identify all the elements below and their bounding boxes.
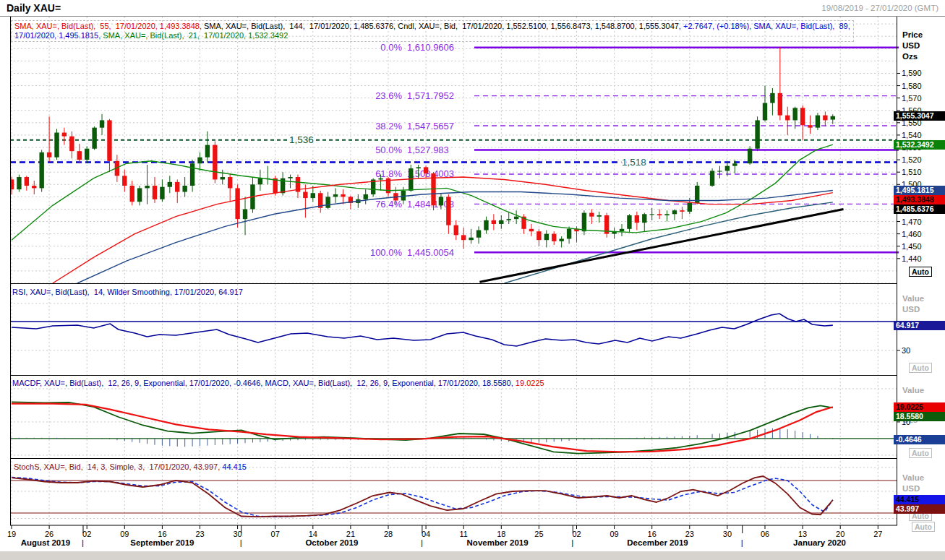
month-label: August 2019 [21, 538, 70, 547]
price-axis-auto-button[interactable]: Auto [909, 267, 932, 277]
y-tick-label: 1,510 [902, 168, 922, 176]
x-tick-label: 23 [195, 530, 204, 538]
svg-text:100.0%: 100.0% [370, 247, 403, 258]
macd-legend: MACDF, XAU=, Bid(Last), 12, 26, 9, Expon… [12, 379, 544, 388]
svg-text:50.0%: 50.0% [375, 145, 402, 155]
rsi-axis-auto-button[interactable]: Auto [909, 363, 932, 373]
x-tick-label: 27 [873, 530, 882, 538]
x-tick-label: 18 [497, 530, 505, 538]
y-tick-label: 1,540 [902, 131, 922, 139]
price-axis-header-line: Ozs [902, 51, 923, 62]
legend-segment: Cndl, XAU=, Bid, 17/01/2020, 1,552.5100,… [398, 22, 683, 30]
price-axis-header-line: Price [902, 30, 923, 40]
macd-axis-header-line: Value [902, 385, 924, 396]
y-tick-label: 1,450 [902, 242, 922, 251]
y-tick-label: 1,470 [902, 217, 922, 226]
svg-text:1,527.983: 1,527.983 [407, 145, 449, 155]
last-value-box: 19.0225 [894, 402, 945, 412]
month-label: December 2019 [627, 538, 688, 547]
rsi-line [12, 314, 833, 346]
month-separator: | [82, 538, 84, 547]
x-tick-label: 16 [648, 530, 657, 538]
y-tick-label: 1,460 [902, 230, 922, 238]
svg-text:1,518: 1,518 [622, 157, 646, 168]
month-separator: | [571, 538, 573, 547]
svg-text:38.2%: 38.2% [375, 121, 402, 132]
last-value-box: 64.917 [894, 321, 945, 330]
macd-axis-auto-button[interactable]: Auto [909, 448, 932, 458]
last-value-box: 18.5580 [894, 412, 945, 421]
svg-text:1,610.9606: 1,610.9606 [407, 42, 454, 53]
main-legend-line-2: 17/01/2020, 1,495.1815, SMA, XAU=, Bid(L… [14, 31, 850, 40]
legend-segment: MACDF, XAU=, Bid(Last), 12, 26, 9, Expon… [12, 379, 516, 387]
chart-canvas: 0.0%1,610.960623.6%1,571.795238.2%1,547.… [0, 0, 945, 560]
macd-histogram [12, 428, 833, 447]
last-value-box: 44.415 [894, 495, 945, 504]
y-tick-label: 1,440 [902, 254, 922, 263]
stoch-legend: StochS, XAU=, Bid, 14, 3, Simple, 3, 17/… [14, 462, 247, 472]
legend-segment: 19.0225 [516, 379, 544, 387]
x-tick-label: 02 [82, 530, 91, 538]
svg-text:0.0%: 0.0% [380, 42, 402, 53]
x-tick-label: 30 [723, 530, 732, 538]
x-tick-label: 25 [534, 530, 543, 538]
y-tick-label: 1,570 [902, 94, 922, 103]
x-tick-label: 06 [761, 530, 769, 538]
macd-signal-line [12, 404, 833, 452]
last-value-box: 1,495.1815 [894, 186, 945, 195]
svg-text:1,536: 1,536 [289, 134, 314, 145]
bottom-strip [0, 551, 945, 560]
stoch-line [12, 478, 833, 517]
last-value-box: 1,555.3047 [894, 111, 945, 121]
y-tick-label: 30 [902, 346, 910, 355]
x-tick-label: 09 [610, 530, 618, 538]
x-tick-label: 30 [233, 530, 241, 538]
legend-segment: 17/01/2020, 1,495.1815, [14, 31, 103, 40]
date-range: 19/08/2019 - 27/01/2020 (GMT) [821, 4, 938, 12]
chart-window: 0.0%1,610.960623.6%1,571.795238.2%1,547.… [0, 0, 945, 560]
svg-text:1,445.0054: 1,445.0054 [407, 247, 454, 258]
month-label: November 2019 [467, 538, 529, 547]
svg-text:1,571.7952: 1,571.7952 [407, 90, 454, 101]
month-separator: | [240, 538, 242, 547]
stoch-axis-header-line: Value [902, 473, 924, 483]
month-label: September 2019 [130, 538, 194, 547]
svg-text:23.6%: 23.6% [375, 90, 402, 101]
last-value-box: 1,485.6376 [894, 204, 945, 214]
page-title: Daily XAU= [7, 2, 61, 14]
month-label: January 2020 [793, 538, 846, 547]
x-tick-label: 09 [120, 530, 129, 538]
x-tick-label: 14 [309, 530, 317, 538]
sma-21-line [12, 145, 833, 240]
x-tick-label: 28 [384, 530, 393, 538]
main-legend-line-1: SMA, XAU=, Bid(Last), 55, 17/01/2020, 1,… [14, 22, 850, 31]
x-tick-label: 07 [271, 530, 280, 538]
x-tick-label: 21 [346, 530, 355, 538]
x-axis-auto-button[interactable]: Auto [912, 522, 935, 532]
x-tick-label: 26 [45, 530, 54, 538]
legend-segment: +2.7647, (+0.18%), [683, 22, 753, 30]
svg-text:76.4%: 76.4% [375, 199, 402, 210]
x-tick-label: 19 [7, 530, 16, 538]
x-tick-label: 13 [798, 530, 807, 538]
svg-text:61.8%: 61.8% [375, 168, 402, 179]
x-tick-label: 20 [836, 530, 844, 538]
x-tick-label: 04 [422, 530, 430, 538]
last-value-box: -0.4646 [894, 435, 945, 444]
legend-segment: StochS, XAU=, Bid, 14, 3, Simple, 3, 17/… [14, 462, 222, 471]
stoch-line [12, 476, 833, 517]
legend-segment: 44.415 [222, 462, 247, 471]
legend-segment: SMA, XAU=, Bid(Last), 89, [753, 22, 850, 30]
x-tick-label: 23 [685, 530, 694, 538]
rsi-axis-header-line: USD [902, 304, 924, 315]
last-value-box: 1,532.3492 [894, 140, 945, 150]
x-tick-label: 02 [572, 530, 581, 538]
main-legend: SMA, XAU=, Bid(Last), 55, 17/01/2020, 1,… [11, 20, 854, 42]
stoch-axis-header-line: USD [902, 483, 924, 494]
y-tick-label: 1,580 [902, 82, 922, 90]
y-tick-label: 1,590 [902, 69, 922, 77]
month-label: October 2019 [305, 538, 358, 547]
legend-segment: SMA, XAU=, Bid(Last), 55, 17/01/2020, 1,… [14, 22, 204, 30]
x-tick-label: 11 [459, 530, 467, 538]
month-separator: | [741, 538, 743, 547]
